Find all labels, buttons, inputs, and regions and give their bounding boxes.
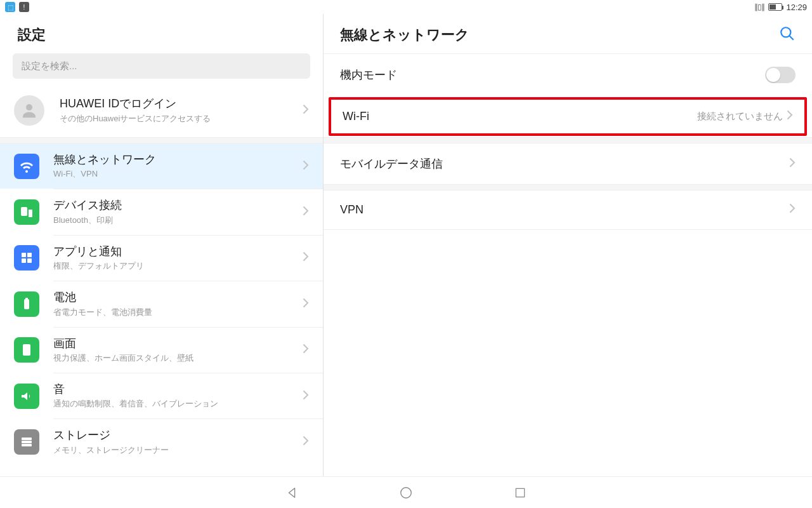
login-title: HUAWEI IDでログイン xyxy=(60,97,298,111)
mobile-data-label: モバイルデータ通信 xyxy=(340,156,789,171)
sidebar-item-sub: 視力保護、ホーム画面スタイル、壁紙 xyxy=(53,352,298,364)
display-icon xyxy=(14,337,39,363)
chevron-right-icon xyxy=(303,344,309,356)
sidebar-item-label: 無線とネットワーク xyxy=(53,152,298,167)
sidebar-title: 設定 xyxy=(18,25,305,44)
detail-title: 無線とネットワーク xyxy=(340,25,469,44)
wifi-status: 接続されていません xyxy=(697,110,783,123)
svg-rect-11 xyxy=(22,441,32,443)
svg-rect-3 xyxy=(22,253,26,257)
vibrate-icon: ∥▯∥ xyxy=(754,3,764,11)
chevron-right-icon xyxy=(789,157,796,171)
sidebar-item-device-connect[interactable]: デバイス接続 Bluetooth、印刷 xyxy=(0,189,323,234)
chevron-right-icon xyxy=(303,436,309,448)
sidebar-item-sub: Wi-Fi、VPN xyxy=(53,168,298,180)
recent-button[interactable] xyxy=(508,480,533,505)
svg-point-13 xyxy=(781,27,790,37)
sidebar-item-sub: メモリ、ストレージクリーナー xyxy=(53,444,298,456)
svg-rect-1 xyxy=(21,207,27,216)
svg-rect-16 xyxy=(516,488,524,497)
airplane-mode-toggle[interactable] xyxy=(765,67,796,83)
sidebar-item-wireless[interactable]: 無線とネットワーク Wi-Fi、VPN xyxy=(0,144,323,189)
sidebar-item-label: ストレージ xyxy=(53,428,298,443)
chevron-right-icon xyxy=(303,298,309,311)
section-gap xyxy=(0,137,323,144)
search-input[interactable]: 設定を検索... xyxy=(13,53,310,79)
sidebar-item-label: アプリと通知 xyxy=(53,244,298,259)
wifi-icon xyxy=(14,154,39,179)
settings-sidebar: 設定 設定を検索... HUAWEI IDでログイン その他のHuaweiサービ… xyxy=(0,14,324,476)
apps-icon xyxy=(14,245,39,271)
section-gap xyxy=(324,137,812,144)
svg-line-14 xyxy=(789,36,794,40)
status-bar: ⬚ ! ∥▯∥ 12:29 xyxy=(0,0,812,14)
svg-point-15 xyxy=(401,487,412,498)
svg-rect-12 xyxy=(22,444,32,446)
sidebar-item-label: デバイス接続 xyxy=(53,198,298,213)
wifi-row[interactable]: Wi-Fi 接続されていません xyxy=(329,97,807,136)
chevron-right-icon xyxy=(303,390,309,403)
battery-icon xyxy=(768,3,782,11)
sound-icon xyxy=(14,384,39,409)
svg-rect-5 xyxy=(22,258,26,263)
huawei-id-login[interactable]: HUAWEI IDでログイン その他のHuaweiサービスにアクセスする xyxy=(0,84,323,137)
notif-app-icon: ⬚ xyxy=(5,2,15,12)
device-connect-icon xyxy=(14,199,39,225)
chevron-right-icon xyxy=(787,110,793,123)
sidebar-item-label: 電池 xyxy=(53,290,298,305)
sidebar-item-apps[interactable]: アプリと通知 権限、デフォルトアプリ xyxy=(0,236,323,281)
chevron-right-icon xyxy=(303,251,309,264)
svg-rect-4 xyxy=(27,253,32,257)
sidebar-item-sub: 省電力モード、電池消費量 xyxy=(53,307,298,318)
clock: 12:29 xyxy=(786,3,807,12)
chevron-right-icon xyxy=(303,160,309,173)
svg-point-0 xyxy=(26,104,32,110)
detail-panel: 無線とネットワーク 機内モード Wi-Fi 接続されていません モバイルデータ通… xyxy=(324,14,812,476)
sidebar-item-label: 音 xyxy=(53,382,298,397)
svg-rect-2 xyxy=(29,210,32,217)
search-icon[interactable] xyxy=(779,25,796,44)
notif-alert-icon: ! xyxy=(19,2,29,12)
sidebar-item-sub: 権限、デフォルトアプリ xyxy=(53,260,298,272)
sidebar-item-sub: Bluetooth、印刷 xyxy=(53,215,298,226)
airplane-mode-label: 機内モード xyxy=(340,67,765,83)
nav-bar xyxy=(0,476,812,508)
chevron-right-icon xyxy=(303,104,309,117)
vpn-row[interactable]: VPN xyxy=(324,190,812,229)
svg-rect-10 xyxy=(22,438,32,440)
chevron-right-icon xyxy=(789,203,796,217)
sidebar-item-sub: 通知の鳴動制限、着信音、バイブレーション xyxy=(53,398,298,410)
back-button[interactable] xyxy=(279,480,304,505)
chevron-right-icon xyxy=(303,206,309,218)
svg-rect-6 xyxy=(27,258,32,263)
svg-rect-8 xyxy=(25,298,28,299)
search-placeholder: 設定を検索... xyxy=(22,60,77,72)
sidebar-item-storage[interactable]: ストレージ メモリ、ストレージクリーナー xyxy=(0,419,323,464)
vpn-label: VPN xyxy=(340,203,789,217)
battery-menu-icon xyxy=(14,291,39,317)
airplane-mode-row[interactable]: 機内モード xyxy=(324,54,812,96)
home-button[interactable] xyxy=(393,480,419,505)
avatar-icon xyxy=(14,95,44,126)
login-sub: その他のHuaweiサービスにアクセスする xyxy=(60,113,298,124)
mobile-data-row[interactable]: モバイルデータ通信 xyxy=(324,144,812,184)
sidebar-item-display[interactable]: 画面 視力保護、ホーム画面スタイル、壁紙 xyxy=(0,328,323,373)
wifi-label: Wi-Fi xyxy=(343,110,697,123)
sidebar-item-sound[interactable]: 音 通知の鳴動制限、着信音、バイブレーション xyxy=(0,373,323,418)
sidebar-item-label: 画面 xyxy=(53,337,298,351)
sidebar-item-battery[interactable]: 電池 省電力モード、電池消費量 xyxy=(0,281,323,326)
section-gap xyxy=(324,184,812,190)
svg-rect-7 xyxy=(24,299,29,309)
svg-rect-9 xyxy=(23,344,30,356)
storage-icon xyxy=(14,429,39,455)
